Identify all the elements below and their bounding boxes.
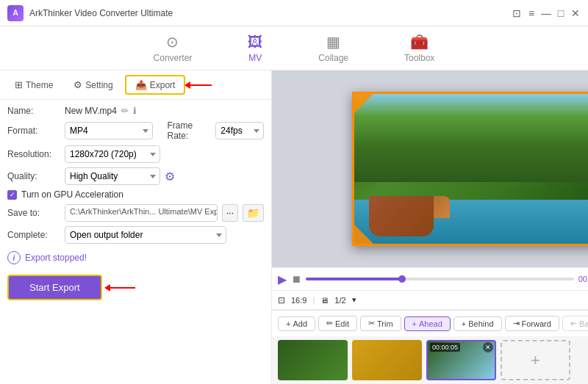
nav-collage[interactable]: ▦ Collage [312, 30, 354, 66]
browse-btn[interactable]: ··· [222, 204, 238, 222]
tab-export[interactable]: 📤 Export [125, 75, 186, 95]
name-value: New MV.mp4 [65, 106, 117, 116]
film-thumb-2[interactable] [352, 340, 422, 380]
quality-row: Quality: High QualityMedium QualityLow Q… [7, 167, 264, 185]
forward-label: Forward [522, 319, 551, 328]
stopped-info-icon: i [7, 251, 21, 264]
app-title: ArkThinker Video Converter Ultimate [29, 8, 506, 18]
bottom-toolbar: + Add ✏ Edit ✂ Trim + Ahead + Behind ⇥ F… [272, 310, 588, 336]
export-stopped-text: Export stopped! [25, 253, 87, 263]
behind-label: Behind [468, 319, 493, 328]
nav-converter-label: Converter [154, 53, 193, 63]
name-row: Name: New MV.mp4 ✏ ℹ [7, 106, 264, 116]
setting-gear-icon: ⚙ [74, 79, 82, 90]
separator-1: | [312, 296, 315, 305]
backward-button[interactable]: ⇤ Backward [562, 316, 588, 331]
film-close-3[interactable]: ✕ [483, 342, 493, 352]
trim-icon: ✂ [368, 319, 375, 328]
nav-collage-label: Collage [318, 53, 348, 63]
progress-dot [398, 275, 406, 283]
add-label: Add [293, 319, 307, 328]
tab-row: ⊞ Theme ⚙ Setting 📤 Export [0, 70, 271, 100]
info-icon[interactable]: ℹ [133, 106, 137, 116]
arrowhead-left-2 [104, 284, 110, 291]
preview-frame [352, 92, 588, 246]
theme-grid-icon: ⊞ [15, 79, 23, 90]
framerate-label: Frame Rate: [168, 120, 212, 141]
menu-btn[interactable]: ≡ [526, 8, 537, 18]
forward-button[interactable]: ⇥ Forward [505, 316, 559, 331]
film-time-3: 00:00:05 [430, 343, 460, 352]
start-export-arrow [110, 287, 135, 289]
progress-fill [306, 278, 402, 280]
arrowhead-left [184, 81, 190, 89]
minimize-btn[interactable]: — [541, 8, 551, 18]
resolution-row: Resolution: 1280x720 (720p)1920x1080 (10… [7, 145, 264, 163]
time-display: 00:00:06.05/00:00:17.00 [578, 275, 588, 283]
trim-label: Trim [377, 319, 393, 328]
tab-setting-label: Setting [85, 80, 112, 90]
film-add-button[interactable]: + [501, 340, 570, 380]
mv-icon: 🖼 [248, 34, 262, 51]
export-stopped-row: i Export stopped! [7, 248, 264, 267]
arrow-line [190, 84, 212, 86]
add-button[interactable]: + Add [278, 316, 315, 331]
forward-icon: ⇥ [513, 319, 520, 328]
boat-layer [369, 196, 450, 236]
resolution-label: Resolution: [7, 149, 60, 159]
save-row: Save to: C:\ArkThinker\ArkThin... Ultima… [7, 204, 264, 222]
trim-button[interactable]: ✂ Trim [360, 316, 401, 331]
complete-select[interactable]: Open output folderDo nothing [65, 226, 226, 244]
backward-icon: ⇤ [570, 319, 577, 328]
tab-theme[interactable]: ⊞ Theme [6, 76, 62, 93]
nav-mv[interactable]: 🖼 MV [242, 31, 268, 66]
name-label: Name: [7, 106, 60, 116]
close-btn[interactable]: ✕ [570, 8, 581, 18]
nav-toolbox[interactable]: 🧰 Toolbox [398, 30, 440, 66]
gpu-checkbox[interactable] [7, 190, 17, 200]
start-export-button[interactable]: Start Export [7, 275, 102, 300]
ahead-button[interactable]: + Ahead [404, 316, 451, 331]
format-select[interactable]: MP4MOVAVIMKV [65, 122, 153, 140]
mountain-layer [354, 94, 588, 182]
export-arrow [190, 84, 212, 86]
boat-body [369, 196, 434, 236]
converter-icon: ⊙ [166, 33, 179, 51]
tab-theme-label: Theme [26, 80, 53, 90]
quality-settings-icon[interactable]: ⚙ [165, 170, 175, 184]
edit-icon: ✏ [326, 319, 333, 328]
ahead-label: Ahead [419, 319, 442, 328]
chevron-down-icon[interactable]: ▾ [352, 295, 356, 305]
tab-setting[interactable]: ⚙ Setting [65, 76, 121, 93]
gpu-row: Turn on GPU Acceleration [7, 189, 264, 200]
play-button[interactable]: ▶ [278, 272, 287, 286]
edit-button[interactable]: ✏ Edit [318, 316, 357, 331]
save-path: C:\ArkThinker\ArkThin... Ultimate\MV Exp… [65, 204, 218, 222]
tab-export-label: Export [150, 80, 176, 90]
edit-name-icon[interactable]: ✏ [121, 106, 129, 116]
bottom-controls: ⊡ 16:9 | 🖥 1/2 ▾ Start Export [272, 291, 588, 310]
framerate-select[interactable]: 24fps30fps60fps [215, 122, 264, 140]
nav-converter[interactable]: ⊙ Converter [148, 30, 198, 66]
subtitles-btn[interactable]: ⊡ [512, 8, 522, 18]
ratio-value: 16:9 [291, 296, 306, 305]
open-folder-btn[interactable]: 📁 [243, 204, 264, 222]
progress-bar[interactable] [306, 278, 574, 280]
maximize-btn[interactable]: □ [556, 8, 566, 18]
ahead-icon: + [412, 319, 417, 328]
monitor-icon: 🖥 [320, 296, 329, 305]
app-logo: A [7, 5, 24, 21]
arrow-line-2 [110, 287, 135, 289]
save-label: Save to: [7, 208, 60, 218]
corner-bottom-right [586, 222, 588, 246]
film-thumb-3[interactable]: 00:00:05 ✕ [426, 340, 496, 380]
stop-button[interactable]: ⏹ [291, 273, 301, 285]
filmstrip: 00:00:05 ✕ + [272, 336, 588, 384]
behind-button[interactable]: + Behind [453, 316, 502, 331]
logo-text: A [12, 9, 18, 17]
resolution-select[interactable]: 1280x720 (720p)1920x1080 (1080p) [65, 145, 160, 163]
film-thumb-1[interactable] [278, 340, 348, 380]
quality-select[interactable]: High QualityMedium QualityLow Quality [65, 167, 160, 185]
top-navigation: ⊙ Converter 🖼 MV ▦ Collage 🧰 Toolbox [0, 26, 588, 70]
add-film-icon: + [531, 351, 540, 370]
